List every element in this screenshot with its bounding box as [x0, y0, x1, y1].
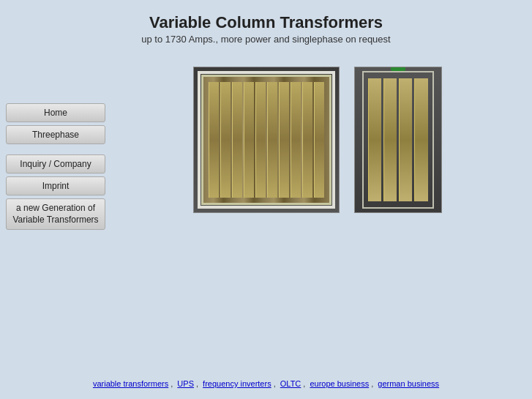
footer-link-ups[interactable]: UPS — [177, 379, 194, 388]
sidebar: Home Threephase Inquiry / Company Imprin… — [0, 59, 110, 365]
footer: variable transformers, UPS, frequency in… — [0, 365, 532, 399]
page-title: Variable Column Transformers — [0, 13, 532, 32]
images-row — [193, 67, 442, 213]
footer-link-variable-transformers[interactable]: variable transformers — [93, 379, 168, 388]
main-area: Home Threephase Inquiry / Company Imprin… — [0, 52, 532, 365]
sidebar-item-inquiry[interactable]: Inquiry / Company — [6, 154, 105, 174]
footer-link-oltc[interactable]: OLTC — [280, 379, 301, 388]
small-transformer-image — [354, 67, 442, 213]
page-wrapper: Variable Column Transformers up to 1730 … — [0, 0, 532, 399]
footer-link-europe-business[interactable]: europe business — [310, 379, 369, 388]
sidebar-item-home[interactable]: Home — [6, 103, 105, 122]
large-transformer-image — [193, 67, 340, 213]
sidebar-item-new-generation[interactable]: a new Generation of Variable Transformer… — [6, 198, 105, 230]
footer-link-german-business[interactable]: german business — [378, 379, 439, 388]
sidebar-item-imprint[interactable]: Imprint — [6, 176, 105, 195]
images-area — [110, 59, 532, 365]
small-frame — [362, 71, 434, 209]
footer-link-frequency-inverters[interactable]: frequency inverters — [203, 379, 271, 388]
sidebar-item-threephase[interactable]: Threephase — [6, 125, 105, 144]
frame-white — [198, 71, 335, 209]
page-subtitle: up to 1730 Amps., more power and singlep… — [0, 34, 532, 45]
top-device — [391, 67, 405, 71]
header: Variable Column Transformers up to 1730 … — [0, 0, 532, 52]
